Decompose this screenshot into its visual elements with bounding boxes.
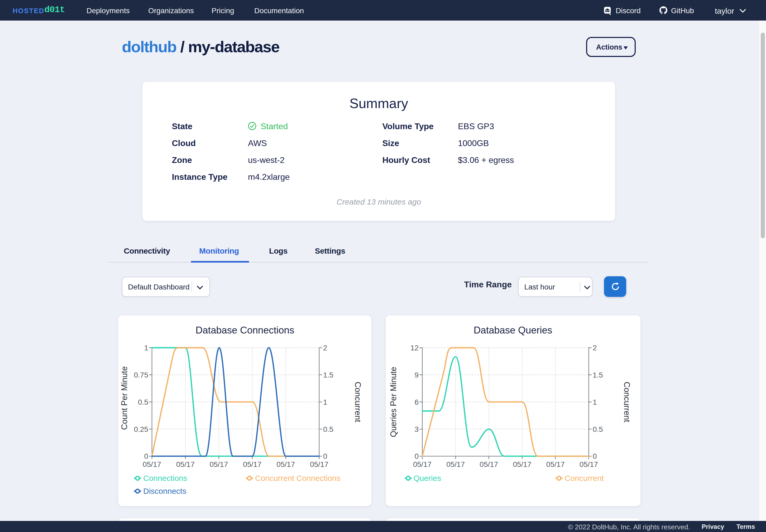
svg-text:05/17: 05/17 xyxy=(176,460,194,468)
svg-text:12: 12 xyxy=(411,344,419,352)
svg-text:Connections: Connections xyxy=(143,473,187,482)
svg-text:0: 0 xyxy=(323,452,327,460)
svg-text:05/17: 05/17 xyxy=(480,460,498,468)
svg-text:2: 2 xyxy=(323,344,327,352)
svg-text:6: 6 xyxy=(415,398,419,406)
svg-text:Count Per Minute: Count Per Minute xyxy=(119,366,129,429)
svg-text:1: 1 xyxy=(593,398,597,406)
svg-text:05/17: 05/17 xyxy=(142,460,161,468)
svg-text:Concurrent: Concurrent xyxy=(622,381,632,422)
svg-text:Concurrent: Concurrent xyxy=(353,381,362,422)
svg-text:1: 1 xyxy=(144,344,148,352)
svg-text:Concurrent Connections: Concurrent Connections xyxy=(255,473,340,482)
svg-text:05/17: 05/17 xyxy=(513,460,532,468)
svg-text:05/17: 05/17 xyxy=(546,460,565,468)
svg-text:05/17: 05/17 xyxy=(310,460,328,468)
svg-text:1.5: 1.5 xyxy=(323,371,333,379)
svg-text:0.5: 0.5 xyxy=(138,398,148,406)
svg-text:05/17: 05/17 xyxy=(446,460,465,468)
svg-text:1.5: 1.5 xyxy=(593,371,603,379)
svg-text:Database Queries: Database Queries xyxy=(474,325,552,335)
svg-text:Queries: Queries xyxy=(413,473,441,482)
svg-text:0.5: 0.5 xyxy=(593,425,603,433)
svg-text:05/17: 05/17 xyxy=(209,460,228,468)
svg-text:05/17: 05/17 xyxy=(580,460,598,468)
svg-text:05/17: 05/17 xyxy=(276,460,295,468)
svg-text:Disconnects: Disconnects xyxy=(143,486,186,495)
svg-text:0: 0 xyxy=(593,452,597,460)
svg-text:05/17: 05/17 xyxy=(413,460,432,468)
svg-text:0.5: 0.5 xyxy=(323,425,333,433)
svg-text:Database Connections: Database Connections xyxy=(195,325,294,335)
svg-text:Concurrent: Concurrent xyxy=(565,473,604,482)
svg-text:0.75: 0.75 xyxy=(134,371,148,379)
svg-text:2: 2 xyxy=(593,344,597,352)
svg-text:Queries Per Minute: Queries Per Minute xyxy=(389,366,398,437)
svg-text:3: 3 xyxy=(415,425,419,433)
svg-text:9: 9 xyxy=(415,371,419,379)
svg-text:0: 0 xyxy=(415,452,419,460)
svg-text:0.25: 0.25 xyxy=(134,425,148,433)
svg-text:1: 1 xyxy=(323,398,327,406)
svg-text:05/17: 05/17 xyxy=(243,460,261,468)
svg-text:0: 0 xyxy=(144,452,148,460)
